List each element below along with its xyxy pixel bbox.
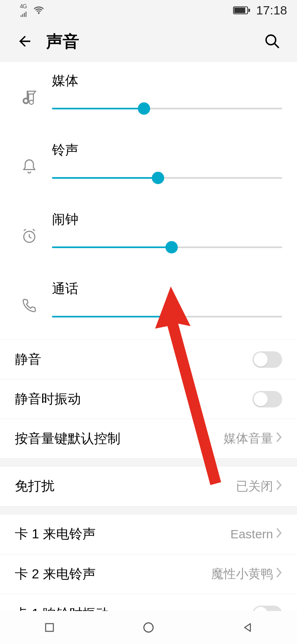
row-sim2-ringtone-value: 魔性小黄鸭 bbox=[211, 566, 273, 582]
row-dnd[interactable]: 免打扰 已关闭 bbox=[0, 466, 297, 506]
music-note-icon bbox=[15, 72, 44, 106]
row-dnd-value: 已关闭 bbox=[236, 478, 273, 495]
section-gap bbox=[0, 506, 297, 514]
row-volume-key-value: 媒体音量 bbox=[224, 430, 273, 447]
row-sim1-ringtone-value: Eastern bbox=[231, 527, 273, 541]
page-title: 声音 bbox=[46, 30, 260, 53]
slider-row-call: 通话 bbox=[0, 270, 297, 339]
header: 声音 bbox=[0, 21, 297, 62]
row-sim2-ringtone[interactable]: 卡 2 来电铃声 魔性小黄鸭 bbox=[0, 554, 297, 594]
status-bar: 4G 17:18 bbox=[0, 0, 297, 21]
bell-icon bbox=[15, 141, 44, 175]
network-4g-icon: 4G bbox=[20, 3, 29, 18]
slider-ring[interactable] bbox=[52, 172, 282, 184]
svg-rect-1 bbox=[234, 7, 245, 13]
system-nav-bar bbox=[0, 611, 297, 644]
row-mute[interactable]: 静音 bbox=[0, 339, 297, 379]
slider-label-ring: 铃声 bbox=[52, 141, 282, 159]
status-left: 4G bbox=[20, 3, 45, 18]
svg-point-10 bbox=[144, 623, 153, 632]
nav-recent-button[interactable] bbox=[39, 617, 60, 638]
svg-line-4 bbox=[274, 43, 278, 47]
toggle-vibrate-on-mute[interactable] bbox=[252, 391, 282, 407]
slider-alarm[interactable] bbox=[52, 241, 282, 253]
alarm-clock-icon bbox=[15, 211, 44, 244]
chevron-right-icon bbox=[276, 479, 282, 494]
row-vibrate-on-mute[interactable]: 静音时振动 bbox=[0, 379, 297, 419]
back-button[interactable] bbox=[12, 29, 37, 54]
content: 媒体 铃声 闹钟 bbox=[0, 62, 297, 644]
battery-icon bbox=[233, 6, 250, 14]
nav-back-button[interactable] bbox=[237, 617, 258, 638]
svg-point-6 bbox=[29, 100, 33, 104]
slider-label-media: 媒体 bbox=[52, 72, 282, 90]
section-gap bbox=[0, 458, 297, 466]
slider-row-ring: 铃声 bbox=[0, 131, 297, 201]
chevron-right-icon bbox=[276, 566, 282, 582]
slider-row-media: 媒体 bbox=[0, 62, 297, 131]
status-right: 17:18 bbox=[233, 3, 287, 17]
svg-rect-2 bbox=[248, 9, 250, 12]
status-time: 17:18 bbox=[256, 3, 287, 17]
row-vibrate-on-mute-label: 静音时振动 bbox=[15, 390, 252, 408]
slider-media[interactable] bbox=[52, 102, 282, 115]
phone-icon bbox=[15, 280, 44, 314]
row-mute-label: 静音 bbox=[15, 350, 252, 369]
search-button[interactable] bbox=[260, 29, 285, 54]
chevron-right-icon bbox=[276, 431, 282, 446]
row-volume-key-label: 按音量键默认控制 bbox=[15, 430, 224, 448]
row-volume-key[interactable]: 按音量键默认控制 媒体音量 bbox=[0, 419, 297, 458]
nav-home-button[interactable] bbox=[138, 617, 159, 638]
row-sim1-ringtone-label: 卡 1 来电铃声 bbox=[15, 525, 231, 543]
row-sim2-ringtone-label: 卡 2 来电铃声 bbox=[15, 565, 211, 583]
row-dnd-label: 免打扰 bbox=[15, 477, 236, 495]
slider-call[interactable] bbox=[52, 310, 282, 323]
slider-label-alarm: 闹钟 bbox=[52, 211, 282, 229]
toggle-mute[interactable] bbox=[252, 351, 282, 368]
svg-rect-9 bbox=[46, 624, 54, 632]
row-sim1-ringtone[interactable]: 卡 1 来电铃声 Eastern bbox=[0, 514, 297, 554]
svg-point-5 bbox=[24, 99, 28, 103]
slider-row-alarm: 闹钟 bbox=[0, 201, 297, 270]
chevron-right-icon bbox=[276, 527, 282, 542]
slider-label-call: 通话 bbox=[52, 280, 282, 298]
wifi-icon bbox=[33, 6, 45, 15]
